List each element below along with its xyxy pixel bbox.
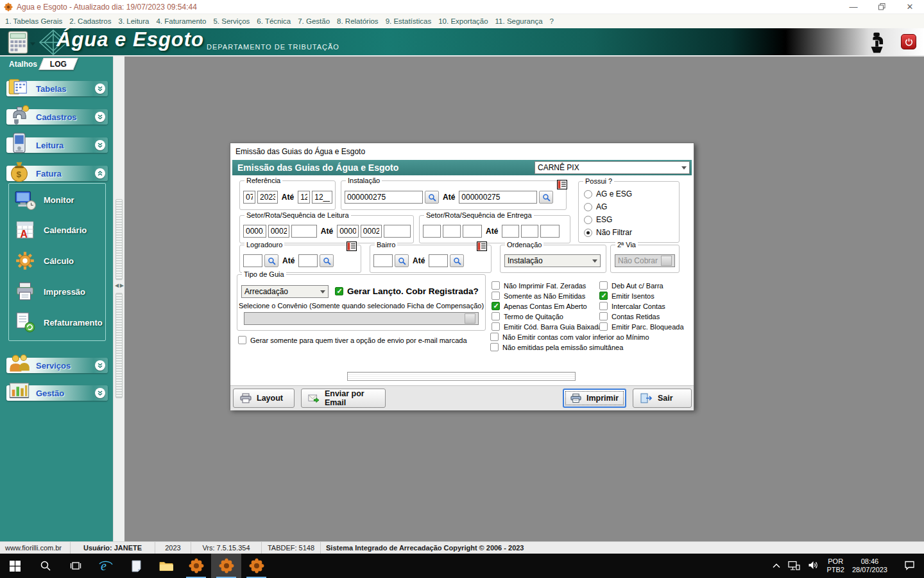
- menu-tecnica[interactable]: 6. Técnica: [257, 17, 291, 25]
- instalacao-list-icon[interactable]: [557, 180, 567, 189]
- fiorilli-app-2-icon[interactable]: [211, 554, 241, 578]
- opt-intercalar-contas[interactable]: Intercalar Contas: [599, 302, 665, 310]
- submenu-item-refaturamento[interactable]: Refaturamento: [14, 311, 103, 333]
- setor-leitura-ate-seq-input[interactable]: [384, 225, 411, 238]
- setor-leitura-ate-setor-input[interactable]: [337, 225, 359, 238]
- submenu-item-calculo[interactable]: Cálculo: [14, 250, 74, 272]
- opt-deb-aut-barra[interactable]: Deb Aut c/ Barra: [599, 281, 663, 290]
- splitter-arrows[interactable]: ◀▶: [115, 283, 124, 288]
- radio-ag[interactable]: AG: [584, 202, 607, 211]
- submenu-item-impressao[interactable]: Impressão: [14, 281, 85, 302]
- layout-button[interactable]: Layout: [233, 389, 295, 408]
- sidebar-item-cadastros[interactable]: Cadastros: [6, 109, 108, 125]
- restore-button[interactable]: [868, 0, 896, 13]
- dialog-title-bar[interactable]: Emissão das Guias do Água e Esgoto: [230, 143, 694, 160]
- collapse-right-icon[interactable]: ▶: [120, 283, 124, 288]
- radio-ag-e-esg[interactable]: AG e ESG: [584, 189, 632, 198]
- menu-exportacao[interactable]: 10. Exportação: [438, 17, 488, 25]
- action-center-icon[interactable]: [904, 560, 915, 572]
- email-option-checkbox[interactable]: Gerar somente para quem tiver a opção de…: [238, 336, 467, 344]
- setor-leitura-de-setor-input[interactable]: [243, 225, 266, 238]
- taskbar-search-icon[interactable]: [30, 554, 60, 578]
- menu-estatisticas[interactable]: 9. Estatísticas: [386, 17, 432, 25]
- bairro-list-icon[interactable]: [477, 241, 487, 251]
- bairro-de-input[interactable]: [373, 254, 393, 267]
- sidebar-item-fatura[interactable]: $ Fatura: [6, 166, 108, 181]
- start-button[interactable]: [0, 554, 30, 578]
- sair-button[interactable]: Sair: [633, 389, 692, 408]
- radio-nao-filtrar[interactable]: Não Filtrar: [584, 228, 632, 237]
- setor-entrega-de-seq-input[interactable]: [463, 225, 482, 238]
- power-button[interactable]: [901, 34, 916, 49]
- opt-termo-de-quitacao[interactable]: Termo de Quitação: [492, 312, 563, 320]
- task-view-icon[interactable]: [60, 554, 90, 578]
- menu-seguranca[interactable]: 11. Segurança: [495, 17, 543, 25]
- setor-entrega-ate-seq-input[interactable]: [540, 225, 560, 238]
- close-button[interactable]: ✕: [896, 0, 924, 13]
- setor-entrega-de-rota-input[interactable]: [443, 225, 461, 238]
- referencia-ate-mes-input[interactable]: [298, 191, 310, 204]
- calculator-icon[interactable]: [8, 31, 28, 54]
- sidebar-item-servicos[interactable]: Serviços: [6, 358, 108, 373]
- menu-relatorios[interactable]: 8. Relatórios: [337, 17, 379, 25]
- instalacao-ate-input[interactable]: [459, 191, 537, 204]
- chevron-down-icon[interactable]: [95, 388, 105, 398]
- opt-nao-emitir-valor-inferior[interactable]: Não Emitir contas com valor inferior ao …: [490, 333, 649, 341]
- setor-entrega-ate-setor-input[interactable]: [502, 225, 519, 238]
- instalacao-de-input[interactable]: [345, 191, 423, 204]
- menu-servicos[interactable]: 5. Serviços: [213, 17, 250, 25]
- search-bairro-ate-button[interactable]: [450, 254, 464, 267]
- search-instalacao-de-button[interactable]: [425, 191, 439, 204]
- language-indicator[interactable]: PORPTB2: [826, 557, 844, 574]
- radio-esg[interactable]: ESG: [584, 215, 612, 224]
- imprimir-button[interactable]: Imprimir: [563, 389, 626, 408]
- opt-emitir-isentos[interactable]: Emitir Isentos: [599, 292, 654, 300]
- setor-leitura-ate-rota-input[interactable]: [361, 225, 382, 238]
- hidden-icons-chevron[interactable]: [773, 562, 780, 570]
- sidebar-item-leitura[interactable]: Leitura: [6, 137, 108, 153]
- fiorilli-app-3-icon[interactable]: [241, 554, 271, 578]
- search-logradouro-de-button[interactable]: [264, 254, 278, 267]
- submenu-item-monitor[interactable]: Monitor: [14, 189, 74, 211]
- tab-atalhos[interactable]: Atalhos: [9, 60, 37, 69]
- opt-contas-retidas[interactable]: Contas Retidas: [599, 312, 660, 320]
- search-bairro-de-button[interactable]: [395, 254, 409, 267]
- chevron-down-icon[interactable]: [95, 360, 105, 371]
- chevron-down-icon[interactable]: [95, 112, 105, 122]
- sidebar-item-tabelas[interactable]: Tabelas: [6, 81, 108, 96]
- gerar-lancto-checkbox[interactable]: Gerar Lançto. Cobr Registrada?: [335, 286, 479, 296]
- logradouro-list-icon[interactable]: [346, 241, 357, 251]
- chevron-down-icon[interactable]: [95, 140, 105, 150]
- opt-nao-emitidas-emissao-simultanea[interactable]: Não emitidas pela emissão simultânea: [490, 343, 623, 351]
- notes-app-icon[interactable]: [121, 554, 151, 578]
- opt-apenas-contas-em-aberto[interactable]: Apenas Contas Em Aberto: [492, 302, 587, 310]
- menu-leitura[interactable]: 3. Leitura: [119, 17, 150, 25]
- submenu-item-calendario[interactable]: A Calendário: [14, 219, 87, 241]
- menu-gestao[interactable]: 7. Gestão: [298, 17, 330, 25]
- splitter-texture[interactable]: [116, 293, 123, 398]
- tab-log[interactable]: LOG: [38, 58, 78, 70]
- setor-leitura-de-rota-input[interactable]: [268, 225, 290, 238]
- tipo-carne-select[interactable]: CARNÊ PIX: [535, 161, 690, 174]
- logradouro-ate-input[interactable]: [298, 254, 318, 267]
- setor-leitura-de-seq-input[interactable]: [291, 225, 317, 238]
- enviar-por-email-button[interactable]: Enviar por Email: [301, 389, 386, 408]
- opt-emitir-parc-bloqueada[interactable]: Emitir Parc. Bloqueada: [599, 322, 684, 331]
- bairro-ate-input[interactable]: [429, 254, 448, 267]
- collapse-left-icon[interactable]: ◀: [115, 283, 119, 288]
- search-instalacao-ate-button[interactable]: [539, 191, 553, 204]
- setor-entrega-de-setor-input[interactable]: [423, 225, 441, 238]
- menu-tabelas-gerais[interactable]: 1. Tabelas Gerais: [5, 17, 62, 25]
- referencia-de-ano-input[interactable]: [257, 191, 278, 204]
- clock[interactable]: 08:4628/07/2023: [852, 557, 887, 574]
- sidebar-item-gestao[interactable]: Gestão: [6, 385, 108, 401]
- search-logradouro-ate-button[interactable]: [320, 254, 334, 267]
- opt-somente-nao-emitidas[interactable]: Somente as Não Emitidas: [492, 292, 585, 300]
- calculator-dropdown-arrow[interactable]: [30, 42, 35, 46]
- referencia-de-mes-input[interactable]: [243, 191, 255, 204]
- chevron-down-icon[interactable]: [95, 83, 105, 94]
- menu-cadastros[interactable]: 2. Cadastros: [69, 17, 111, 25]
- internet-explorer-icon[interactable]: e: [90, 554, 121, 578]
- ordenacao-select[interactable]: Instalação: [504, 254, 601, 267]
- minimize-button[interactable]: —: [839, 0, 868, 13]
